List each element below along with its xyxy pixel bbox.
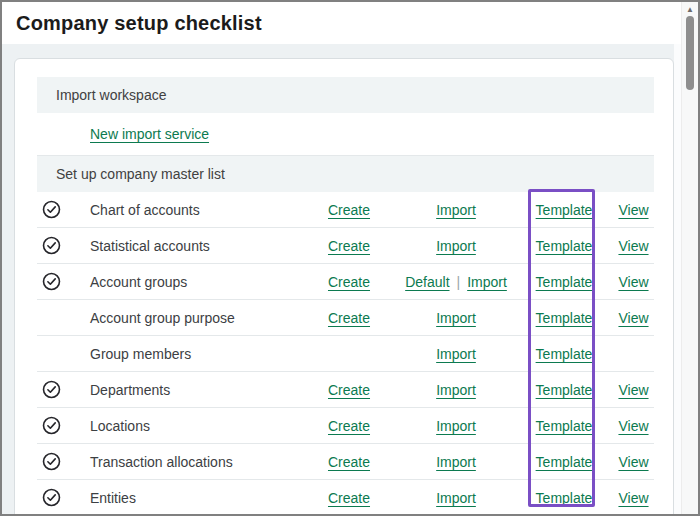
- create-link[interactable]: Create: [328, 382, 370, 398]
- row-label: Chart of accounts: [90, 202, 301, 218]
- import-link[interactable]: Import: [436, 346, 476, 362]
- table-row: Statistical accounts Create Import Templ…: [37, 228, 654, 264]
- import-link[interactable]: Import: [436, 454, 476, 470]
- create-link[interactable]: Create: [328, 202, 370, 218]
- page-title: Company setup checklist: [16, 12, 262, 35]
- import-link[interactable]: Import: [436, 490, 476, 506]
- template-link[interactable]: Template: [536, 490, 593, 506]
- section-master-list-label: Set up company master list: [56, 166, 225, 182]
- view-link[interactable]: View: [618, 274, 648, 290]
- table-row: Group members Import Template: [37, 336, 654, 372]
- row-label: Entities: [90, 490, 301, 506]
- titlebar: Company setup checklist: [2, 2, 698, 44]
- row-label: Group members: [90, 346, 301, 362]
- table-row: Entities Create Import Template View: [37, 480, 654, 516]
- new-import-service-row: New import service: [37, 113, 654, 156]
- check-circle-icon[interactable]: [42, 452, 61, 471]
- row-label: Account group purpose: [90, 310, 301, 326]
- template-link[interactable]: Template: [536, 346, 593, 362]
- view-link[interactable]: View: [618, 310, 648, 326]
- import-link[interactable]: Import: [436, 382, 476, 398]
- check-circle-icon[interactable]: [42, 236, 61, 255]
- row-label: Departments: [90, 382, 301, 398]
- check-circle-icon[interactable]: [42, 416, 61, 435]
- check-circle-icon[interactable]: [42, 488, 61, 507]
- import-link[interactable]: Import: [436, 310, 476, 326]
- check-circle-icon[interactable]: [42, 200, 61, 219]
- template-link[interactable]: Template: [536, 274, 593, 290]
- table-row: Chart of accounts Create Import Template…: [37, 192, 654, 228]
- view-link[interactable]: View: [618, 238, 648, 254]
- checklist-card: Import workspace New import service Set …: [14, 58, 674, 516]
- row-label: Transaction allocations: [90, 454, 301, 470]
- template-link[interactable]: Template: [536, 202, 593, 218]
- import-link[interactable]: Import: [436, 418, 476, 434]
- new-import-service-link[interactable]: New import service: [90, 126, 209, 142]
- create-link[interactable]: Create: [328, 274, 370, 290]
- template-link[interactable]: Template: [536, 454, 593, 470]
- row-label: Account groups: [90, 274, 301, 290]
- table-row: Locations Create Import Template View: [37, 408, 654, 444]
- default-link[interactable]: Default: [405, 274, 449, 290]
- view-link[interactable]: View: [618, 202, 648, 218]
- view-link[interactable]: View: [618, 418, 648, 434]
- table-row: Account groups Create Default | Import T…: [37, 264, 654, 300]
- section-import-workspace: Import workspace: [37, 77, 654, 113]
- create-link[interactable]: Create: [328, 238, 370, 254]
- template-link[interactable]: Template: [536, 238, 593, 254]
- section-import-workspace-label: Import workspace: [56, 87, 166, 103]
- import-link[interactable]: Import: [436, 238, 476, 254]
- table-row: Transaction allocations Create Import Te…: [37, 444, 654, 480]
- scrollbar-up-arrow-icon[interactable]: ▲: [682, 4, 698, 14]
- create-link[interactable]: Create: [328, 418, 370, 434]
- link-separator: |: [457, 274, 461, 290]
- check-circle-icon[interactable]: [42, 272, 61, 291]
- scrollbar-track[interactable]: ▲: [681, 2, 698, 514]
- table-row: Account group purpose Create Import Temp…: [37, 300, 654, 336]
- view-link[interactable]: View: [618, 382, 648, 398]
- check-circle-icon[interactable]: [42, 380, 61, 399]
- company-setup-checklist-window: Company setup checklist Import workspace…: [0, 0, 700, 516]
- view-link[interactable]: View: [618, 490, 648, 506]
- template-link[interactable]: Template: [536, 382, 593, 398]
- import-link[interactable]: Import: [436, 202, 476, 218]
- template-link[interactable]: Template: [536, 418, 593, 434]
- import-link[interactable]: Import: [467, 274, 507, 290]
- row-label: Locations: [90, 418, 301, 434]
- create-link[interactable]: Create: [328, 310, 370, 326]
- create-link[interactable]: Create: [328, 490, 370, 506]
- section-master-list: Set up company master list: [37, 156, 654, 192]
- template-link[interactable]: Template: [536, 310, 593, 326]
- row-label: Statistical accounts: [90, 238, 301, 254]
- table-row: Departments Create Import Template View: [37, 372, 654, 408]
- scrollbar-thumb[interactable]: [686, 16, 694, 90]
- view-link[interactable]: View: [618, 454, 648, 470]
- checklist-rows: Chart of accounts Create Import Template…: [37, 192, 654, 516]
- create-link[interactable]: Create: [328, 454, 370, 470]
